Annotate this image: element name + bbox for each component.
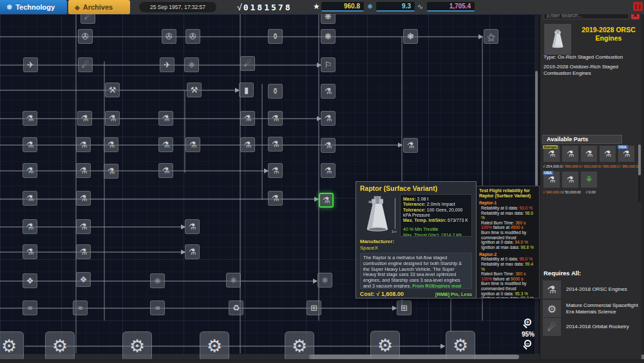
tech-node[interactable]: ⚗: [23, 163, 37, 178]
tech-node[interactable]: ⚗: [76, 244, 91, 259]
tech-node[interactable]: ⚗: [23, 244, 37, 259]
tech-node[interactable]: ⚗: [77, 111, 92, 126]
tech-node[interactable]: ⚗: [268, 163, 283, 178]
tech-node-selected[interactable]: ⚗: [319, 193, 334, 208]
tech-node[interactable]: ⚗: [268, 137, 283, 152]
tech-node[interactable]: ☄: [80, 14, 95, 24]
tech-node[interactable]: ❖: [76, 272, 91, 287]
tech-node[interactable]: ≈: [150, 300, 165, 315]
tech-node[interactable]: ≈: [23, 300, 37, 315]
tech-node[interactable]: ⚗: [321, 138, 336, 153]
tech-node[interactable]: ⚗: [403, 138, 418, 153]
tech-node[interactable]: ⚗: [321, 163, 336, 178]
tech-node[interactable]: ⚗: [158, 137, 173, 152]
tech-node[interactable]: ❋: [321, 29, 336, 44]
tech-node[interactable]: ❖: [23, 273, 37, 288]
tech-node[interactable]: ⚗: [76, 137, 91, 152]
tech-node[interactable]: ⚗: [240, 137, 255, 152]
tech-node[interactable]: ⚙: [0, 331, 24, 359]
engine-icon: ⚗: [244, 141, 252, 149]
tech-node[interactable]: ⚛: [317, 273, 332, 288]
parts-costs-row-2: √ 340,000.00√ 50,000.00√ 0.00: [543, 190, 600, 194]
materials-icon: ❖: [80, 275, 88, 284]
tech-node[interactable]: ❋: [321, 14, 336, 24]
tech-node[interactable]: ⚗: [158, 111, 173, 126]
part-tile[interactable]: ⚘: [580, 171, 598, 188]
tech-node[interactable]: ⚛: [150, 273, 165, 288]
tech-node[interactable]: ⚙: [200, 331, 229, 359]
engine-icon: ⚗: [108, 141, 115, 149]
tech-node[interactable]: ⚙: [122, 331, 152, 359]
tech-node[interactable]: ⚱: [268, 84, 283, 99]
alarm-clock-button[interactable]: ❙❙: [633, 2, 643, 11]
tech-node[interactable]: ⚗: [105, 111, 120, 126]
tech-node[interactable]: ✇: [78, 29, 93, 44]
tech-node[interactable]: ⚗: [76, 191, 91, 206]
tech-node[interactable]: ⚙: [285, 331, 314, 359]
part-tile[interactable]: ⚗: [599, 145, 616, 162]
tech-node[interactable]: ⚛: [226, 273, 241, 288]
part-cost: √ 254,000.00: [543, 164, 562, 168]
tech-node[interactable]: ⊞: [307, 300, 321, 315]
tech-node[interactable]: ⚱: [268, 29, 283, 44]
sidebar-scrollbar[interactable]: [641, 9, 644, 359]
tech-node[interactable]: ⚗: [104, 164, 118, 179]
tech-node[interactable]: ❃: [403, 29, 418, 44]
parts-scroll-handle[interactable]: [638, 144, 641, 175]
tech-node[interactable]: ⚒: [187, 83, 202, 97]
tech-node[interactable]: ⚗: [185, 244, 200, 259]
tech-node[interactable]: ⚙: [446, 331, 475, 359]
tech-node[interactable]: ⚗: [23, 137, 37, 152]
tech-node[interactable]: ⚗: [76, 163, 91, 178]
tech-node[interactable]: ⚗: [321, 111, 336, 126]
tech-node[interactable]: ⚗: [158, 163, 173, 178]
tech-node[interactable]: ✈: [160, 57, 175, 72]
tech-node[interactable]: ⚙: [370, 331, 400, 359]
part-tile[interactable]: ⚗USA: [543, 171, 560, 188]
tech-node[interactable]: ⚗: [321, 84, 336, 99]
part-tile[interactable]: ⚗: [562, 171, 579, 188]
testflight-line: 100% failure at 4500 s: [479, 225, 536, 230]
tech-node[interactable]: ⚙: [45, 331, 75, 359]
tab-archives[interactable]: ◆ Archives: [68, 0, 130, 14]
gear-icon: ⚙: [1, 338, 17, 355]
tech-node[interactable]: ⚗: [23, 219, 37, 234]
parts-scrollbar[interactable]: [638, 144, 641, 202]
tech-node[interactable]: ⊞: [397, 300, 412, 315]
tech-node[interactable]: ⚝: [484, 29, 498, 44]
sidebar-scroll-arrow[interactable]: [641, 355, 644, 359]
part-tile[interactable]: ⚗Europe: [543, 145, 560, 162]
tech-node[interactable]: ⚒: [105, 83, 120, 97]
cost-currency-icon: √: [377, 291, 380, 297]
tech-node[interactable]: ≈: [73, 300, 88, 315]
tech-node[interactable]: ⚗: [268, 191, 283, 206]
rover-icon: ⚒: [109, 86, 117, 94]
tech-node[interactable]: ✇: [162, 29, 176, 44]
engine-icon: ⚗: [323, 196, 330, 204]
tech-node[interactable]: ⚗: [268, 111, 283, 126]
tech-node[interactable]: ⚗: [23, 111, 37, 126]
tech-node[interactable]: ⚗: [23, 191, 37, 206]
part-tile[interactable]: ⚗: [580, 145, 598, 162]
telemetry-icon: ≈: [78, 304, 82, 312]
tech-node[interactable]: ⚐: [321, 57, 336, 72]
tech-node[interactable]: ⚗: [185, 137, 200, 152]
tech-node[interactable]: ☄: [240, 56, 255, 71]
part-tile[interactable]: ⚗: [562, 145, 579, 162]
part-tile[interactable]: ⚗USA: [618, 145, 635, 162]
tech-node[interactable]: ✈: [23, 57, 38, 72]
tech-node[interactable]: ⚗: [240, 111, 255, 126]
tech-node[interactable]: ⚗: [104, 137, 118, 152]
testflight-value: 360 s: [515, 271, 526, 276]
tech-node[interactable]: ⚗: [185, 219, 200, 234]
tech-node[interactable]: ▮: [239, 83, 254, 97]
zoom-in-icon[interactable]: +: [523, 319, 533, 329]
tech-node[interactable]: ⚛: [184, 57, 199, 72]
zoom-out-icon[interactable]: −: [523, 340, 533, 350]
tech-node[interactable]: ♻: [229, 300, 243, 315]
hscroll-handle[interactable]: [309, 355, 519, 359]
tech-node[interactable]: ✇: [185, 29, 200, 44]
tech-node[interactable]: ☄: [78, 57, 93, 72]
tech-node[interactable]: ⚗: [76, 219, 91, 234]
tab-technology[interactable]: ❄ Technology: [0, 0, 67, 14]
